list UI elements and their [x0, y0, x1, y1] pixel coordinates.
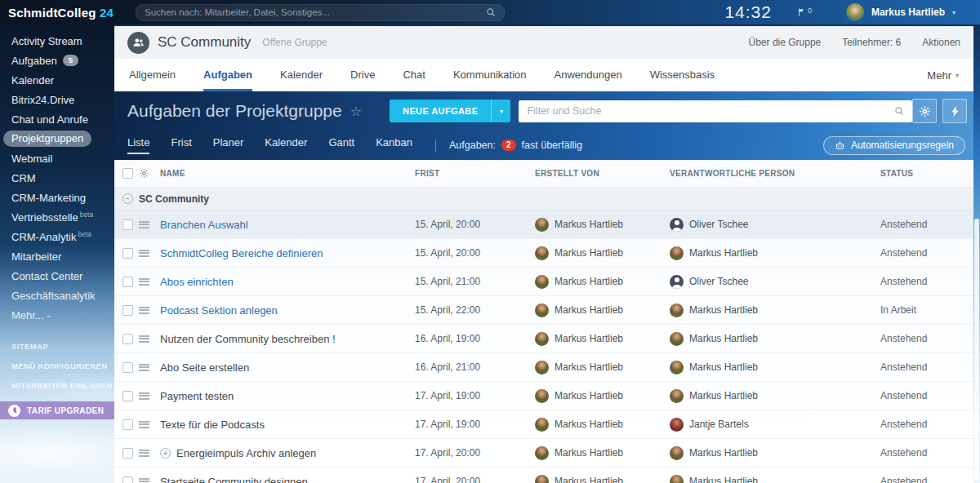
favorite-star-icon[interactable]: ☆	[350, 104, 362, 119]
sidebar-item-kalender[interactable]: Kalender	[0, 70, 114, 90]
tasks-counter[interactable]: Aufgaben: 2 fast überfällig	[449, 140, 582, 151]
person-name[interactable]: Oliver Tschee	[689, 219, 748, 230]
row-checkbox[interactable]	[122, 448, 133, 459]
person-name[interactable]: Oliver Tschee	[689, 276, 748, 287]
task-name[interactable]: Podcast Sektion anlegen	[160, 304, 278, 317]
search-icon[interactable]	[486, 7, 496, 17]
task-name[interactable]: SchmidtColleg Bereiche definieren	[160, 247, 323, 259]
person-name[interactable]: Markus Hartlieb	[689, 361, 758, 373]
automation-rules-button[interactable]: Automatisierungsregeln	[823, 136, 965, 155]
task-row[interactable]: Nutzen der Community beschreiben ! 16. A…	[114, 325, 973, 353]
collapse-icon[interactable]: −	[122, 193, 133, 204]
column-header-verantwortlich[interactable]: VERANTWORTLICHE PERSON	[670, 169, 880, 178]
clock[interactable]: 14:32	[724, 2, 772, 22]
sidebar-item-chat-und-anrufe[interactable]: Chat und Anrufe	[0, 109, 114, 129]
person-name[interactable]: Markus Hartlieb	[555, 219, 623, 230]
view-planer[interactable]: Planer	[213, 136, 244, 154]
column-header-erstellt[interactable]: ERSTELLT VON	[535, 169, 670, 178]
view-frist[interactable]: Frist	[171, 136, 191, 154]
task-row[interactable]: Podcast Sektion anlegen 15. April, 22:00…	[114, 296, 973, 325]
task-name[interactable]: Branchen Auswahl	[160, 219, 248, 231]
person-name[interactable]: Markus Hartlieb	[689, 247, 758, 259]
tab-more[interactable]: Mehr▾	[927, 59, 959, 91]
task-name[interactable]: Payment testen	[160, 390, 234, 402]
row-checkbox[interactable]	[122, 219, 133, 230]
sidebar-item-mitarbeiter[interactable]: Mitarbeiter	[0, 246, 114, 266]
person-name[interactable]: Markus Hartlieb	[555, 304, 623, 316]
view-kanban[interactable]: Kanban	[376, 136, 412, 154]
person-name[interactable]: Markus Hartlieb	[689, 447, 758, 459]
drag-handle-icon[interactable]	[139, 335, 149, 343]
row-checkbox[interactable]	[122, 277, 133, 287]
person-name[interactable]: Markus Hartlieb	[689, 476, 758, 483]
notifications[interactable]: 0	[798, 7, 812, 17]
task-row[interactable]: Startseite Community designen 17. April,…	[114, 467, 973, 483]
sidebar-item-crm-analytik[interactable]: CRM-Analytik beta	[0, 227, 114, 246]
task-name[interactable]: Abo Seite erstellen	[160, 361, 249, 374]
person-name[interactable]: Markus Hartlieb	[555, 276, 623, 287]
tab-aufgaben[interactable]: Aufgaben	[203, 59, 252, 91]
search-icon[interactable]	[894, 106, 904, 116]
expand-icon[interactable]: +	[160, 448, 171, 459]
select-all-checkbox[interactable]	[122, 168, 133, 179]
task-row[interactable]: Abos einrichten 15. April, 21:00 Markus …	[114, 268, 973, 296]
new-task-dropdown[interactable]: ▾	[491, 100, 510, 122]
drag-handle-icon[interactable]	[139, 307, 149, 314]
person-name[interactable]: Markus Hartlieb	[689, 304, 758, 316]
view-liste[interactable]: Liste	[127, 136, 149, 154]
person-name[interactable]: Markus Hartlieb	[555, 390, 623, 401]
sidebar-item-crm-marketing[interactable]: CRM-Marketing	[0, 188, 114, 207]
drag-handle-icon[interactable]	[139, 478, 149, 483]
task-name[interactable]: Energieimpuls Archiv anlegen	[176, 447, 316, 459]
sidebar-footer-link-men-konfigurieren[interactable]: MENÜ KONFIGURIEREN	[0, 356, 114, 375]
user-menu[interactable]: Markus Hartlieb ▾	[846, 3, 956, 21]
row-checkbox[interactable]	[122, 419, 133, 430]
person-name[interactable]: Markus Hartlieb	[555, 476, 623, 483]
column-header-status[interactable]: STATUS	[880, 169, 973, 178]
sidebar-footer-link-mitarbeiter-einladen[interactable]: MITARBEITER EINLADEN	[0, 375, 114, 395]
filter-input[interactable]	[527, 105, 894, 117]
drag-handle-icon[interactable]	[139, 392, 149, 400]
filter-search[interactable]	[519, 100, 912, 122]
task-row[interactable]: Payment testen 17. April, 19:00 Markus H…	[114, 382, 973, 410]
drag-handle-icon[interactable]	[139, 450, 149, 457]
group-header-link[interactable]: Über die Gruppe	[749, 37, 822, 48]
task-row[interactable]: Texte für die Podcasts 17. April, 19:00 …	[114, 410, 973, 439]
person-name[interactable]: Jantje Bartels	[689, 419, 749, 430]
person-name[interactable]: Markus Hartlieb	[555, 447, 623, 459]
group-row[interactable]: − SC Community	[114, 188, 973, 210]
row-checkbox[interactable]	[122, 305, 133, 316]
row-checkbox[interactable]	[122, 248, 133, 259]
drag-handle-icon[interactable]	[139, 221, 149, 228]
task-name[interactable]: Abos einrichten	[160, 276, 234, 288]
person-name[interactable]: Markus Hartlieb	[555, 333, 623, 344]
drag-handle-icon[interactable]	[139, 278, 149, 286]
column-header-frist[interactable]: FRIST	[415, 169, 535, 178]
row-checkbox[interactable]	[122, 362, 133, 373]
column-header-name[interactable]: NAME	[160, 169, 415, 178]
task-row[interactable]: Abo Seite erstellen 16. April, 21:00 Mar…	[114, 353, 973, 382]
person-name[interactable]: Markus Hartlieb	[689, 333, 758, 344]
tab-kommunikation[interactable]: Kommunikation	[453, 59, 527, 91]
new-task-label[interactable]: NEUE AUFGABE	[390, 100, 491, 122]
task-name[interactable]: Startseite Community designen	[160, 476, 308, 483]
person-name[interactable]: Markus Hartlieb	[555, 247, 623, 259]
tab-anwendungen[interactable]: Anwendungen	[555, 59, 622, 91]
sidebar-item-gesch-ftsanalytik[interactable]: Geschäftsanalytik	[0, 286, 114, 305]
person-name[interactable]: Markus Hartlieb	[555, 419, 623, 430]
tab-kalender[interactable]: Kalender	[280, 59, 323, 91]
tab-drive[interactable]: Drive	[350, 59, 375, 91]
sidebar-item-bitrix24-drive[interactable]: Bitrix24.Drive	[0, 90, 114, 109]
sidebar-item-crm[interactable]: CRM	[0, 168, 114, 188]
task-row[interactable]: SchmidtColleg Bereiche definieren 15. Ap…	[114, 239, 973, 268]
view-kalender[interactable]: Kalender	[265, 136, 307, 154]
automation-button[interactable]	[942, 99, 967, 123]
sidebar-item-vertriebsstelle[interactable]: Vertriebsstelle beta	[0, 207, 114, 227]
person-name[interactable]: Markus Hartlieb	[689, 390, 758, 401]
drag-handle-icon[interactable]	[139, 364, 149, 371]
tab-chat[interactable]: Chat	[403, 59, 425, 91]
task-row[interactable]: Branchen Auswahl 15. April, 20:00 Markus…	[114, 210, 973, 239]
upgrade-banner[interactable]: TARIF UPGRADEN	[0, 401, 114, 419]
tab-allgemein[interactable]: Allgemein	[129, 59, 176, 91]
tab-wissensbasis[interactable]: Wissensbasis	[650, 59, 715, 91]
